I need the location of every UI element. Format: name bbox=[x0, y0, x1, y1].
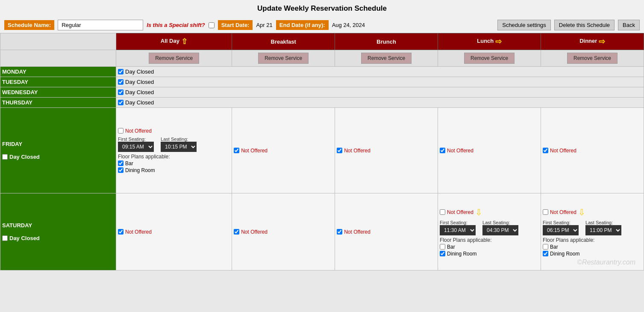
end-date-value: Aug 24, 2024 bbox=[332, 22, 365, 28]
friday-dinner-cell: Not Offered bbox=[541, 108, 644, 193]
back-button[interactable]: Back bbox=[618, 20, 640, 30]
saturday-lunch-dining-label: Dining Room bbox=[447, 251, 476, 257]
special-shift-label: Is this a Special shift? bbox=[147, 22, 205, 28]
saturday-lunch-last-seating-label: Last Seating: bbox=[482, 220, 518, 225]
friday-allday-floor-plans-label: Floor Plans applicable: bbox=[118, 154, 230, 160]
friday-label: FRIDAY Day Closed bbox=[0, 108, 116, 193]
top-bar: Schedule Name: Is this a Special shift? … bbox=[0, 17, 644, 33]
friday-brunch-not-offered-checkbox[interactable] bbox=[337, 148, 342, 153]
saturday-dinner-dining-checkbox[interactable] bbox=[543, 251, 548, 256]
remove-service-breakfast-button[interactable]: Remove Service bbox=[258, 53, 309, 64]
start-date-label: Start Date: bbox=[218, 20, 253, 30]
wednesday-row: WEDNESDAY Day Closed bbox=[0, 87, 644, 98]
arrow-down-saturday-dinner: ⇩ bbox=[578, 207, 585, 217]
saturday-dinner-first-seating-label: First Seating: bbox=[543, 220, 579, 225]
saturday-lunch-first-seating-select[interactable]: 11:30 AM 12:00 PM bbox=[440, 225, 476, 235]
schedule-name-input[interactable] bbox=[58, 20, 143, 30]
friday-dinner-not-offered-checkbox[interactable] bbox=[543, 148, 548, 153]
tuesday-day-closed-text: Day Closed bbox=[125, 79, 154, 85]
saturday-lunch-floor-plans-label: Floor Plans applicable: bbox=[440, 237, 539, 243]
page-title: Update Weekly Reservation Schedule bbox=[0, 0, 644, 17]
thursday-day-closed-text: Day Closed bbox=[125, 99, 154, 106]
saturday-lunch-last-seating-select[interactable]: 04:30 PM 05:00 PM bbox=[482, 225, 518, 235]
saturday-lunch-bar-label: Bar bbox=[447, 244, 455, 250]
column-header-row: All Day ⇧ Breakfast Brunch Lunch ⇨ Dinne… bbox=[0, 33, 644, 50]
delete-schedule-button[interactable]: Delete this Schedule bbox=[554, 20, 615, 30]
schedule-settings-button[interactable]: Schedule settings bbox=[497, 20, 551, 30]
saturday-dinner-seating: First Seating: 06:15 PM 06:30 PM 07:00 P… bbox=[543, 220, 642, 257]
remove-service-allday-button[interactable]: Remove Service bbox=[149, 53, 199, 64]
friday-allday-first-seating-select[interactable]: 09:15 AM 09:30 AM 10:00 AM bbox=[118, 142, 154, 152]
saturday-label: SATURDAY Day Closed bbox=[0, 193, 116, 270]
saturday-dinner-dining-label: Dining Room bbox=[550, 251, 579, 257]
saturday-brunch-not-offered-label: Not Offered bbox=[344, 229, 371, 235]
friday-breakfast-not-offered-checkbox[interactable] bbox=[234, 148, 239, 153]
friday-lunch-not-offered-label: Not Offered bbox=[447, 148, 473, 154]
col-header-dinner: Dinner ⇨ bbox=[541, 33, 644, 50]
saturday-lunch-dining-checkbox[interactable] bbox=[440, 251, 445, 256]
friday-lunch-not-offered-checkbox[interactable] bbox=[440, 148, 445, 153]
special-shift-checkbox[interactable] bbox=[209, 22, 215, 28]
saturday-allday-not-offered-checkbox[interactable] bbox=[118, 229, 124, 235]
saturday-dinner-last-seating-select[interactable]: 11:00 PM 11:30 PM bbox=[585, 225, 621, 235]
saturday-brunch-cell: Not Offered bbox=[335, 193, 438, 270]
saturday-lunch-dining-item: Dining Room bbox=[440, 251, 539, 257]
saturday-day-closed-checkbox[interactable] bbox=[2, 235, 8, 241]
saturday-lunch-not-offered-checkbox[interactable] bbox=[440, 209, 445, 215]
col-header-brunch: Brunch bbox=[335, 33, 438, 50]
saturday-lunch-seating: First Seating: 11:30 AM 12:00 PM Last Se… bbox=[440, 220, 539, 257]
remove-service-dinner-button[interactable]: Remove Service bbox=[567, 53, 618, 64]
watermark: ©Restaurantry.com bbox=[577, 259, 635, 266]
friday-row: FRIDAY Day Closed Not Offered bbox=[0, 108, 644, 193]
col-header-allday: All Day ⇧ bbox=[116, 33, 232, 50]
friday-day-closed-text: Day Closed bbox=[9, 154, 40, 160]
saturday-breakfast-not-offered-label: Not Offered bbox=[241, 229, 268, 235]
friday-dinner-not-offered-label: Not Offered bbox=[550, 148, 576, 154]
friday-brunch-cell: Not Offered bbox=[335, 108, 438, 193]
saturday-dinner-bar-checkbox[interactable] bbox=[543, 244, 548, 250]
saturday-allday-not-offered-label: Not Offered bbox=[125, 229, 152, 235]
tuesday-day-closed-checkbox[interactable] bbox=[118, 79, 124, 85]
arrow-up-lunch: ⇨ bbox=[495, 37, 502, 46]
friday-lunch-cell: Not Offered bbox=[438, 108, 541, 193]
tuesday-label: TUESDAY bbox=[0, 77, 116, 87]
saturday-dinner-first-seating-select[interactable]: 06:15 PM 06:30 PM 07:00 PM bbox=[543, 225, 579, 235]
monday-day-closed-text: Day Closed bbox=[125, 68, 154, 75]
saturday-allday-cell: Not Offered bbox=[116, 193, 232, 270]
saturday-dinner-not-offered-checkbox[interactable] bbox=[543, 209, 548, 215]
wednesday-day-closed-cell: Day Closed bbox=[116, 87, 644, 98]
friday-day-closed-checkbox[interactable] bbox=[2, 154, 8, 160]
friday-breakfast-cell: Not Offered bbox=[232, 108, 335, 193]
saturday-day-closed-text: Day Closed bbox=[9, 235, 40, 241]
friday-allday-last-seating-select[interactable]: 10:15 PM 10:30 PM 11:00 PM bbox=[161, 142, 197, 152]
thursday-day-closed-cell: Day Closed bbox=[116, 98, 644, 108]
monday-day-closed-cell: Day Closed bbox=[116, 67, 644, 77]
start-date-value: Apr 21 bbox=[256, 22, 272, 28]
saturday-dinner-bar-label: Bar bbox=[550, 244, 558, 250]
saturday-row: SATURDAY Day Closed Not Offered bbox=[0, 193, 644, 270]
friday-allday-not-offered-checkbox[interactable] bbox=[118, 128, 124, 134]
thursday-label: THURSDAY bbox=[0, 98, 116, 108]
arrow-up-allday: ⇧ bbox=[181, 37, 188, 46]
friday-allday-last-seating-label: Last Seating: bbox=[161, 137, 197, 142]
schedule-table: All Day ⇧ Breakfast Brunch Lunch ⇨ Dinne… bbox=[0, 33, 644, 270]
friday-allday-bar-checkbox[interactable] bbox=[118, 160, 124, 166]
wednesday-day-closed-checkbox[interactable] bbox=[118, 89, 124, 95]
remove-service-brunch-button[interactable]: Remove Service bbox=[361, 53, 412, 64]
tuesday-row: TUESDAY Day Closed bbox=[0, 77, 644, 87]
arrow-up-dinner: ⇨ bbox=[599, 37, 605, 46]
saturday-lunch-first-seating-label: First Seating: bbox=[440, 220, 476, 225]
monday-row: MONDAY Day Closed bbox=[0, 67, 644, 77]
friday-allday-dining-checkbox[interactable] bbox=[118, 167, 124, 173]
saturday-breakfast-not-offered-checkbox[interactable] bbox=[234, 229, 239, 235]
wednesday-label: WEDNESDAY bbox=[0, 87, 116, 98]
remove-service-lunch-button[interactable]: Remove Service bbox=[464, 53, 515, 64]
friday-breakfast-not-offered-label: Not Offered bbox=[241, 148, 268, 154]
monday-day-closed-checkbox[interactable] bbox=[118, 69, 124, 74]
saturday-lunch-bar-item: Bar bbox=[440, 244, 539, 250]
friday-allday-not-offered-label: Not Offered bbox=[125, 128, 152, 134]
saturday-brunch-not-offered-checkbox[interactable] bbox=[337, 229, 342, 235]
thursday-day-closed-checkbox[interactable] bbox=[118, 100, 124, 105]
saturday-breakfast-cell: Not Offered bbox=[232, 193, 335, 270]
saturday-lunch-bar-checkbox[interactable] bbox=[440, 244, 445, 250]
